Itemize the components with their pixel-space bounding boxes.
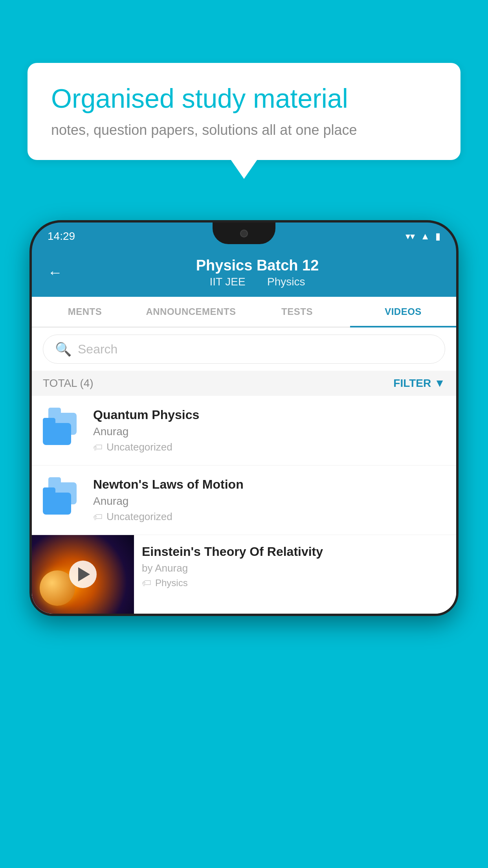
video-tag-1: 🏷 Uncategorized xyxy=(93,441,445,453)
phone-wrapper: 14:29 ▾▾ ▲ ▮ ← Physics Batch 12 IIT JEE … xyxy=(29,220,459,868)
video-author-2: Anurag xyxy=(93,495,445,508)
camera xyxy=(240,230,248,237)
header-title-block: Physics Batch 12 IIT JEE Physics xyxy=(74,257,440,288)
folder-icon xyxy=(43,413,82,448)
video-tag-3: 🏷 Physics xyxy=(142,577,448,588)
volume-down-button xyxy=(29,388,32,423)
subtitle-physics: Physics xyxy=(267,276,305,288)
search-box[interactable]: 🔍 Search xyxy=(43,335,445,364)
play-icon xyxy=(78,567,90,581)
tab-ments[interactable]: MENTS xyxy=(32,297,138,327)
tab-videos[interactable]: VIDEOS xyxy=(350,297,456,327)
tag-icon: 🏷 xyxy=(142,577,151,588)
tag-icon: 🏷 xyxy=(93,442,103,453)
video-author-3: by Anurag xyxy=(142,562,448,574)
folder-front xyxy=(43,493,71,515)
search-container: 🔍 Search xyxy=(32,327,456,371)
battery-icon: ▮ xyxy=(435,231,440,242)
tag-label-2: Uncategorized xyxy=(106,511,172,523)
signal-icon: ▲ xyxy=(420,231,430,242)
tag-label-3: Physics xyxy=(155,577,188,588)
filter-button[interactable]: FILTER ▼ xyxy=(393,377,445,390)
back-button[interactable]: ← xyxy=(48,264,62,281)
video-title-2: Newton's Laws of Motion xyxy=(93,477,445,492)
tab-announcements[interactable]: ANNOUNCEMENTS xyxy=(138,297,244,327)
filter-funnel-icon: ▼ xyxy=(434,377,445,390)
video-list: Quantum Physics Anurag 🏷 Uncategorized xyxy=(32,396,456,614)
video-author-1: Anurag xyxy=(93,425,445,438)
video-info-3: Einstein's Theory Of Relativity by Anura… xyxy=(134,535,456,598)
video-thumbnail-3 xyxy=(32,535,134,614)
search-placeholder: Search xyxy=(78,342,117,357)
play-button[interactable] xyxy=(69,561,97,588)
bubble-title: Organised study material xyxy=(51,83,437,115)
status-bar: 14:29 ▾▾ ▲ ▮ xyxy=(32,223,456,250)
status-time: 14:29 xyxy=(48,230,75,243)
volume-up-button xyxy=(29,340,32,376)
list-item[interactable]: Einstein's Theory Of Relativity by Anura… xyxy=(32,535,456,614)
header-title: Physics Batch 12 xyxy=(74,257,440,274)
notch xyxy=(213,223,275,244)
tag-label-1: Uncategorized xyxy=(106,441,172,453)
filter-label: FILTER xyxy=(393,377,431,390)
filter-bar: TOTAL (4) FILTER ▼ xyxy=(32,371,456,396)
tab-tests[interactable]: TESTS xyxy=(244,297,350,327)
video-tag-2: 🏷 Uncategorized xyxy=(93,511,445,523)
power-button xyxy=(456,340,459,372)
speech-bubble: Organised study material notes, question… xyxy=(28,63,460,160)
tag-icon: 🏷 xyxy=(93,511,103,522)
status-icons: ▾▾ ▲ ▮ xyxy=(405,231,440,242)
search-icon: 🔍 xyxy=(55,341,72,357)
video-title-3: Einstein's Theory Of Relativity xyxy=(142,544,448,559)
tabs-bar: MENTS ANNOUNCEMENTS TESTS VIDEOS xyxy=(32,297,456,327)
subtitle-separator xyxy=(255,276,261,288)
folder-front xyxy=(43,423,71,445)
phone-frame: 14:29 ▾▾ ▲ ▮ ← Physics Batch 12 IIT JEE … xyxy=(29,220,459,616)
folder-icon xyxy=(43,482,82,518)
video-info-1: Quantum Physics Anurag 🏷 Uncategorized xyxy=(93,408,445,453)
video-title-1: Quantum Physics xyxy=(93,408,445,422)
header-subtitle: IIT JEE Physics xyxy=(74,276,440,288)
folder-thumb-1 xyxy=(43,411,82,450)
total-count: TOTAL (4) xyxy=(43,377,94,390)
video-info-2: Newton's Laws of Motion Anurag 🏷 Uncateg… xyxy=(93,477,445,523)
bubble-subtitle: notes, question papers, solutions all at… xyxy=(51,122,437,138)
subtitle-iitjee: IIT JEE xyxy=(209,276,245,288)
list-item[interactable]: Newton's Laws of Motion Anurag 🏷 Uncateg… xyxy=(32,465,456,535)
wifi-icon: ▾▾ xyxy=(405,231,415,242)
app-header: ← Physics Batch 12 IIT JEE Physics xyxy=(32,250,456,297)
folder-thumb-2 xyxy=(43,480,82,520)
list-item[interactable]: Quantum Physics Anurag 🏷 Uncategorized xyxy=(32,396,456,465)
